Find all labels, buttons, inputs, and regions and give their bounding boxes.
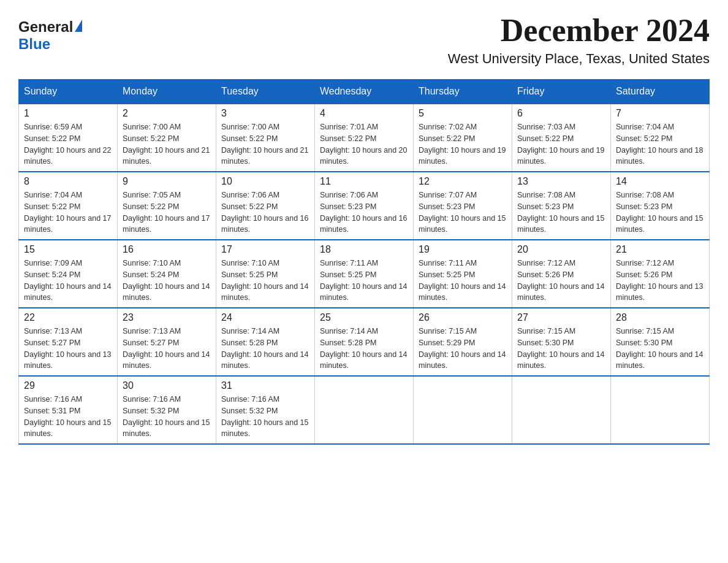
day-number: 12 xyxy=(419,176,507,187)
day-info: Sunrise: 7:06 AM Sunset: 5:22 PM Dayligh… xyxy=(221,190,309,236)
day-info: Sunrise: 7:16 AM Sunset: 5:32 PM Dayligh… xyxy=(221,394,309,440)
calendar-day-empty xyxy=(315,376,414,444)
calendar-day-24: 24 Sunrise: 7:14 AM Sunset: 5:28 PM Dayl… xyxy=(216,308,315,376)
day-number: 16 xyxy=(123,244,211,255)
day-info: Sunrise: 6:59 AM Sunset: 5:22 PM Dayligh… xyxy=(24,121,112,167)
day-number: 10 xyxy=(221,176,309,187)
day-number: 4 xyxy=(320,108,408,119)
day-info: Sunrise: 7:06 AM Sunset: 5:23 PM Dayligh… xyxy=(320,190,408,236)
calendar-day-23: 23 Sunrise: 7:13 AM Sunset: 5:27 PM Dayl… xyxy=(118,308,216,376)
day-number: 24 xyxy=(221,312,309,323)
day-info: Sunrise: 7:08 AM Sunset: 5:23 PM Dayligh… xyxy=(517,190,605,236)
calendar-day-7: 7 Sunrise: 7:04 AM Sunset: 5:22 PM Dayli… xyxy=(611,104,710,172)
day-number: 1 xyxy=(24,108,112,119)
day-info: Sunrise: 7:11 AM Sunset: 5:25 PM Dayligh… xyxy=(419,258,507,304)
day-info: Sunrise: 7:02 AM Sunset: 5:22 PM Dayligh… xyxy=(419,121,507,167)
calendar-day-empty xyxy=(414,376,512,444)
day-info: Sunrise: 7:14 AM Sunset: 5:28 PM Dayligh… xyxy=(221,326,309,372)
day-info: Sunrise: 7:12 AM Sunset: 5:26 PM Dayligh… xyxy=(616,258,704,304)
day-info: Sunrise: 7:12 AM Sunset: 5:26 PM Dayligh… xyxy=(517,258,605,304)
calendar-day-30: 30 Sunrise: 7:16 AM Sunset: 5:32 PM Dayl… xyxy=(118,376,216,444)
day-number: 20 xyxy=(517,244,605,255)
day-number: 29 xyxy=(24,380,112,391)
day-info: Sunrise: 7:15 AM Sunset: 5:29 PM Dayligh… xyxy=(419,326,507,372)
calendar-day-2: 2 Sunrise: 7:00 AM Sunset: 5:22 PM Dayli… xyxy=(118,104,216,172)
day-number: 18 xyxy=(320,244,408,255)
calendar-day-18: 18 Sunrise: 7:11 AM Sunset: 5:25 PM Dayl… xyxy=(315,240,414,308)
day-info: Sunrise: 7:08 AM Sunset: 5:23 PM Dayligh… xyxy=(616,190,704,236)
day-info: Sunrise: 7:13 AM Sunset: 5:27 PM Dayligh… xyxy=(123,326,211,372)
day-info: Sunrise: 7:14 AM Sunset: 5:28 PM Dayligh… xyxy=(320,326,408,372)
day-number: 19 xyxy=(419,244,507,255)
calendar-week-1: 1 Sunrise: 6:59 AM Sunset: 5:22 PM Dayli… xyxy=(19,104,710,172)
calendar-header-sunday: Sunday xyxy=(19,80,118,104)
calendar-header-monday: Monday xyxy=(118,80,216,104)
day-info: Sunrise: 7:16 AM Sunset: 5:31 PM Dayligh… xyxy=(24,394,112,440)
calendar-day-14: 14 Sunrise: 7:08 AM Sunset: 5:23 PM Dayl… xyxy=(611,172,710,240)
day-number: 7 xyxy=(616,108,704,119)
calendar-day-31: 31 Sunrise: 7:16 AM Sunset: 5:32 PM Dayl… xyxy=(216,376,315,444)
calendar-day-6: 6 Sunrise: 7:03 AM Sunset: 5:22 PM Dayli… xyxy=(512,104,611,172)
calendar-header-thursday: Thursday xyxy=(414,80,512,104)
calendar-day-26: 26 Sunrise: 7:15 AM Sunset: 5:29 PM Dayl… xyxy=(414,308,512,376)
day-number: 21 xyxy=(616,244,704,255)
day-number: 5 xyxy=(419,108,507,119)
day-info: Sunrise: 7:05 AM Sunset: 5:22 PM Dayligh… xyxy=(123,190,211,236)
calendar-day-20: 20 Sunrise: 7:12 AM Sunset: 5:26 PM Dayl… xyxy=(512,240,611,308)
calendar-week-3: 15 Sunrise: 7:09 AM Sunset: 5:24 PM Dayl… xyxy=(19,240,710,308)
day-number: 15 xyxy=(24,244,112,255)
day-number: 14 xyxy=(616,176,704,187)
day-info: Sunrise: 7:15 AM Sunset: 5:30 PM Dayligh… xyxy=(517,326,605,372)
calendar-day-3: 3 Sunrise: 7:00 AM Sunset: 5:22 PM Dayli… xyxy=(216,104,315,172)
calendar-day-11: 11 Sunrise: 7:06 AM Sunset: 5:23 PM Dayl… xyxy=(315,172,414,240)
calendar-day-27: 27 Sunrise: 7:15 AM Sunset: 5:30 PM Dayl… xyxy=(512,308,611,376)
calendar-day-28: 28 Sunrise: 7:15 AM Sunset: 5:30 PM Dayl… xyxy=(611,308,710,376)
calendar-day-1: 1 Sunrise: 6:59 AM Sunset: 5:22 PM Dayli… xyxy=(19,104,118,172)
calendar-week-5: 29 Sunrise: 7:16 AM Sunset: 5:31 PM Dayl… xyxy=(19,376,710,444)
calendar-header-saturday: Saturday xyxy=(611,80,710,104)
day-info: Sunrise: 7:01 AM Sunset: 5:22 PM Dayligh… xyxy=(320,121,408,167)
day-info: Sunrise: 7:03 AM Sunset: 5:22 PM Dayligh… xyxy=(517,121,605,167)
calendar-day-13: 13 Sunrise: 7:08 AM Sunset: 5:23 PM Dayl… xyxy=(512,172,611,240)
calendar-week-2: 8 Sunrise: 7:04 AM Sunset: 5:22 PM Dayli… xyxy=(19,172,710,240)
day-number: 9 xyxy=(123,176,211,187)
calendar-day-22: 22 Sunrise: 7:13 AM Sunset: 5:27 PM Dayl… xyxy=(19,308,118,376)
calendar-day-25: 25 Sunrise: 7:14 AM Sunset: 5:28 PM Dayl… xyxy=(315,308,414,376)
calendar-day-17: 17 Sunrise: 7:10 AM Sunset: 5:25 PM Dayl… xyxy=(216,240,315,308)
calendar-day-empty xyxy=(611,376,710,444)
logo-general-text: General xyxy=(18,18,73,36)
day-number: 2 xyxy=(123,108,211,119)
day-info: Sunrise: 7:04 AM Sunset: 5:22 PM Dayligh… xyxy=(24,190,112,236)
calendar-day-16: 16 Sunrise: 7:10 AM Sunset: 5:24 PM Dayl… xyxy=(118,240,216,308)
logo-blue-text: Blue xyxy=(18,36,50,53)
logo: General Blue xyxy=(18,18,82,53)
day-number: 30 xyxy=(123,380,211,391)
title-area: December 2024 West University Place, Tex… xyxy=(448,12,710,67)
calendar-day-empty xyxy=(512,376,611,444)
logo-triangle-icon xyxy=(75,20,82,32)
day-number: 23 xyxy=(123,312,211,323)
day-number: 11 xyxy=(320,176,408,187)
day-info: Sunrise: 7:10 AM Sunset: 5:25 PM Dayligh… xyxy=(221,258,309,304)
calendar-day-29: 29 Sunrise: 7:16 AM Sunset: 5:31 PM Dayl… xyxy=(19,376,118,444)
day-number: 22 xyxy=(24,312,112,323)
day-number: 6 xyxy=(517,108,605,119)
day-info: Sunrise: 7:11 AM Sunset: 5:25 PM Dayligh… xyxy=(320,258,408,304)
day-info: Sunrise: 7:09 AM Sunset: 5:24 PM Dayligh… xyxy=(24,258,112,304)
day-info: Sunrise: 7:16 AM Sunset: 5:32 PM Dayligh… xyxy=(123,394,211,440)
calendar-day-4: 4 Sunrise: 7:01 AM Sunset: 5:22 PM Dayli… xyxy=(315,104,414,172)
day-info: Sunrise: 7:00 AM Sunset: 5:22 PM Dayligh… xyxy=(123,121,211,167)
calendar-day-21: 21 Sunrise: 7:12 AM Sunset: 5:26 PM Dayl… xyxy=(611,240,710,308)
day-info: Sunrise: 7:04 AM Sunset: 5:22 PM Dayligh… xyxy=(616,121,704,167)
day-number: 25 xyxy=(320,312,408,323)
day-number: 13 xyxy=(517,176,605,187)
calendar-table: SundayMondayTuesdayWednesdayThursdayFrid… xyxy=(18,79,710,445)
calendar-header-row: SundayMondayTuesdayWednesdayThursdayFrid… xyxy=(19,80,710,104)
day-number: 31 xyxy=(221,380,309,391)
day-number: 28 xyxy=(616,312,704,323)
calendar-day-5: 5 Sunrise: 7:02 AM Sunset: 5:22 PM Dayli… xyxy=(414,104,512,172)
calendar-day-19: 19 Sunrise: 7:11 AM Sunset: 5:25 PM Dayl… xyxy=(414,240,512,308)
day-number: 3 xyxy=(221,108,309,119)
page-title: December 2024 xyxy=(448,12,710,48)
calendar-header-wednesday: Wednesday xyxy=(315,80,414,104)
